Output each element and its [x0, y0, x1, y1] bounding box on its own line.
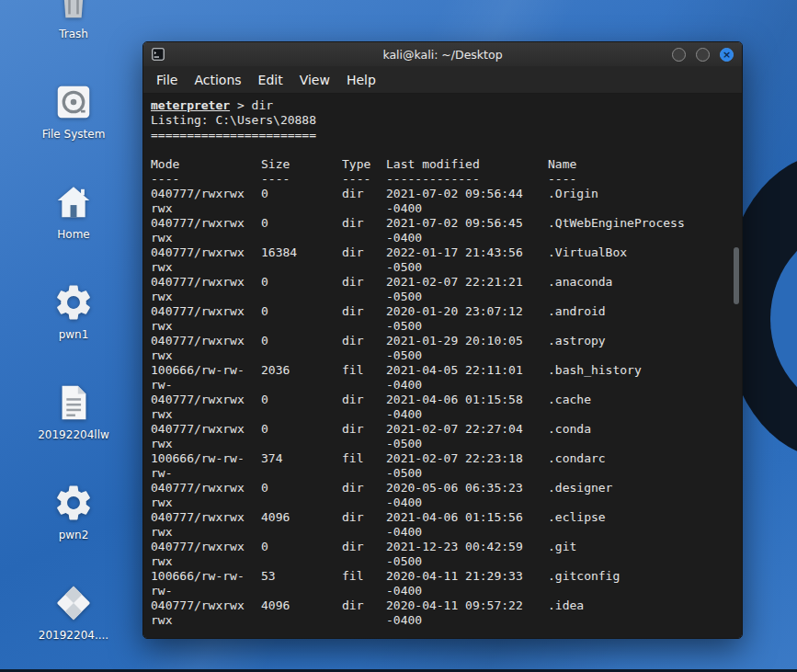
terminal-scrollbar[interactable]: [732, 94, 742, 638]
document-icon: [51, 381, 96, 425]
listing-row: 040777/rwxrwxrwx0 dir 2021-02-07 22:21:2…: [151, 275, 729, 304]
desktop-icon-pwn2[interactable]: pwn2: [26, 445, 121, 545]
listing-header: Mode----Size----Type----Last modified---…: [151, 157, 729, 187]
menu-item-help[interactable]: Help: [338, 69, 384, 91]
listing-rule: =======================: [151, 128, 729, 142]
column-header-mode: Mode----: [151, 157, 261, 187]
desktop-icon-label: Home: [57, 229, 89, 241]
listing-row: 040777/rwxrwxrwx0 dir 2020-05-06 06:35:2…: [151, 481, 729, 510]
window-title: kali@kali: ~/Desktop: [143, 48, 742, 62]
terminal-window: kali@kali: ~/Desktop × FileActionsEditVi…: [142, 41, 743, 639]
meterpreter-prompt: meterpreter: [151, 98, 230, 112]
close-button[interactable]: ×: [720, 48, 734, 62]
desktop-icons: TrashFile SystemHomepwn120192204llwpwn22…: [26, 0, 121, 645]
column-header-type: Type----: [342, 157, 386, 187]
desktop-icon-label: pwn1: [59, 329, 89, 341]
desktop-icon-20192204[interactable]: 20192204....: [26, 545, 121, 645]
desktop-icon-label: Trash: [59, 28, 88, 40]
listing-row: 040777/rwxrwxrwx0 dir 2021-12-23 00:42:5…: [151, 540, 729, 569]
listing-rows: 040777/rwxrwxrwx0 dir 2021-07-02 09:56:4…: [151, 187, 729, 628]
terminal-app-icon: [152, 48, 165, 61]
desktop-icon-file-system[interactable]: File System: [26, 44, 121, 144]
menu-item-actions[interactable]: Actions: [186, 69, 249, 91]
listing-row: 040777/rwxrwxrwx16384 dir 2022-01-17 21:…: [151, 245, 729, 275]
menu-item-view[interactable]: View: [291, 69, 338, 91]
drive-icon: [51, 80, 96, 124]
menu-bar: FileActionsEditViewHelp: [143, 66, 742, 94]
column-header-name: Name----: [548, 157, 729, 187]
maximize-button[interactable]: [696, 48, 710, 62]
window-titlebar[interactable]: kali@kali: ~/Desktop ×: [143, 42, 742, 66]
minimize-button[interactable]: [672, 48, 686, 62]
terminal-content[interactable]: meterpreter > dir Listing: C:\Users\2088…: [143, 94, 742, 638]
listing-row: 100666/rw-rw-rw-53 fil 2020-04-11 21:29:…: [151, 569, 729, 598]
desktop-icon-label: 20192204....: [39, 630, 108, 642]
listing-row: 040777/rwxrwxrwx4096 dir 2020-04-11 09:5…: [151, 598, 729, 628]
desktop-icon-label: 20192204llw: [38, 429, 109, 441]
column-header-size: Size----: [261, 157, 342, 187]
package-icon: [51, 581, 96, 625]
listing-row: 100666/rw-rw-rw-374 fil 2021-02-07 22:23…: [151, 451, 729, 481]
listing-row: 040777/rwxrwxrwx0 dir 2021-02-07 22:27:0…: [151, 422, 729, 451]
window-controls: ×: [672, 48, 734, 62]
prompt-command: > dir: [230, 98, 273, 112]
listing-row: 040777/rwxrwxrwx0 dir 2021-04-06 01:15:5…: [151, 393, 729, 422]
listing-row: 040777/rwxrwxrwx4096 dir 2021-04-06 01:1…: [151, 510, 729, 540]
scrollbar-thumb[interactable]: [734, 247, 739, 304]
desktop-icon-20192204llw[interactable]: 20192204llw: [26, 345, 121, 445]
home-icon: [51, 180, 96, 224]
desktop-icon-label: pwn2: [59, 530, 89, 541]
trash-icon: [51, 0, 96, 24]
desktop-icon-pwn1[interactable]: pwn1: [26, 245, 121, 345]
listing-row: 040777/rwxrwxrwx0 dir 2021-07-02 09:56:4…: [151, 216, 729, 245]
listing-row: 040777/rwxrwxrwx0 dir 2021-01-29 20:10:0…: [151, 334, 729, 363]
blank-line: [151, 142, 729, 157]
listing-row: 040777/rwxrwxrwx0 dir 2021-07-02 09:56:4…: [151, 187, 729, 216]
menu-item-edit[interactable]: Edit: [250, 69, 291, 91]
listing-row: 040777/rwxrwxrwx0 dir 2020-01-20 23:07:1…: [151, 304, 729, 334]
gear-icon: [51, 280, 96, 325]
column-header-last-modified: Last modified-------------: [386, 157, 548, 187]
gear-icon: [51, 481, 96, 525]
prompt-line: meterpreter > dir: [151, 98, 729, 113]
desktop-icon-label: File System: [42, 129, 106, 141]
desktop-icon-trash[interactable]: Trash: [26, 0, 121, 44]
menu-item-file[interactable]: File: [148, 69, 186, 91]
desktop: { "window": { "title": "kali@kali: ~/Des…: [0, 0, 797, 672]
desktop-icon-home[interactable]: Home: [26, 144, 121, 245]
listing-row: 100666/rw-rw-rw-2036 fil 2021-04-05 22:1…: [151, 363, 729, 393]
listing-title: Listing: C:\Users\20888: [151, 113, 729, 128]
